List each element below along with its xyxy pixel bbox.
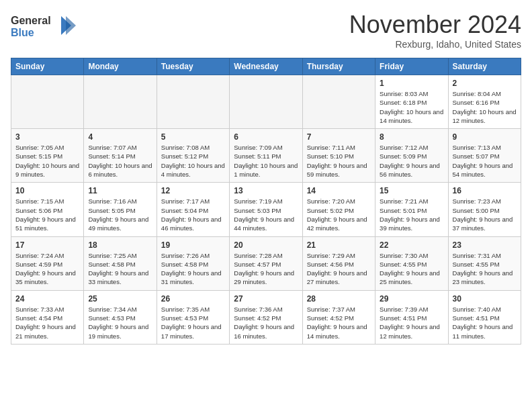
day-info: Sunrise: 7:12 AMSunset: 5:09 PMDaylight:… <box>380 143 443 179</box>
table-row: 20Sunrise: 7:28 AMSunset: 4:57 PMDayligh… <box>230 236 302 290</box>
day-info: Sunrise: 7:15 AMSunset: 5:06 PMDaylight:… <box>15 197 79 232</box>
day-number: 16 <box>453 186 517 195</box>
table-row: 15Sunrise: 7:21 AMSunset: 5:01 PMDayligh… <box>375 183 448 236</box>
calendar-week-row: 3Sunrise: 7:05 AMSunset: 5:15 PMDaylight… <box>11 129 521 183</box>
day-number: 17 <box>15 240 79 250</box>
table-row: 6Sunrise: 7:09 AMSunset: 5:11 PMDaylight… <box>230 129 302 183</box>
table-row: 12Sunrise: 7:17 AMSunset: 5:04 PMDayligh… <box>157 183 229 236</box>
day-number: 29 <box>380 294 443 304</box>
table-row: 23Sunrise: 7:31 AMSunset: 4:55 PMDayligh… <box>448 236 521 290</box>
table-row: 24Sunrise: 7:33 AMSunset: 4:54 PMDayligh… <box>11 290 84 344</box>
calendar-week-row: 1Sunrise: 8:03 AMSunset: 6:18 PMDaylight… <box>11 75 521 129</box>
logo-svg: General Blue <box>11 11 85 41</box>
table-row: 13Sunrise: 7:19 AMSunset: 5:03 PMDayligh… <box>230 183 302 236</box>
day-info: Sunrise: 7:30 AMSunset: 4:55 PMDaylight:… <box>380 251 443 287</box>
day-number: 5 <box>161 132 225 142</box>
day-info: Sunrise: 7:34 AMSunset: 4:53 PMDaylight:… <box>88 305 152 340</box>
day-info: Sunrise: 7:36 AMSunset: 4:52 PMDaylight:… <box>234 305 298 340</box>
day-number: 11 <box>88 186 152 195</box>
day-info: Sunrise: 7:25 AMSunset: 4:58 PMDaylight:… <box>88 251 152 287</box>
day-number: 14 <box>307 186 371 195</box>
day-info: Sunrise: 7:24 AMSunset: 4:59 PMDaylight:… <box>15 251 79 287</box>
calendar-week-row: 10Sunrise: 7:15 AMSunset: 5:06 PMDayligh… <box>11 183 521 236</box>
day-number: 6 <box>234 132 298 142</box>
day-info: Sunrise: 7:05 AMSunset: 5:15 PMDaylight:… <box>15 143 79 179</box>
table-row <box>84 75 157 129</box>
day-info: Sunrise: 7:28 AMSunset: 4:57 PMDaylight:… <box>234 251 298 287</box>
day-number: 26 <box>161 294 225 304</box>
logo: General Blue <box>11 11 85 44</box>
header-thursday: Thursday <box>302 58 375 75</box>
table-row: 25Sunrise: 7:34 AMSunset: 4:53 PMDayligh… <box>84 290 157 344</box>
day-number: 9 <box>453 132 517 142</box>
day-info: Sunrise: 7:31 AMSunset: 4:55 PMDaylight:… <box>453 251 517 287</box>
day-number: 28 <box>307 294 371 304</box>
table-row: 21Sunrise: 7:29 AMSunset: 4:56 PMDayligh… <box>302 236 375 290</box>
table-row: 9Sunrise: 7:13 AMSunset: 5:07 PMDaylight… <box>448 129 521 183</box>
day-info: Sunrise: 7:11 AMSunset: 5:10 PMDaylight:… <box>307 143 371 179</box>
day-info: Sunrise: 7:40 AMSunset: 4:51 PMDaylight:… <box>453 305 517 340</box>
table-row: 19Sunrise: 7:26 AMSunset: 4:58 PMDayligh… <box>157 236 229 290</box>
table-row: 27Sunrise: 7:36 AMSunset: 4:52 PMDayligh… <box>230 290 302 344</box>
day-number: 8 <box>380 132 443 142</box>
day-info: Sunrise: 7:39 AMSunset: 4:51 PMDaylight:… <box>380 305 443 340</box>
table-row <box>11 75 84 129</box>
table-row: 14Sunrise: 7:20 AMSunset: 5:02 PMDayligh… <box>302 183 375 236</box>
day-number: 21 <box>307 240 371 250</box>
day-info: Sunrise: 8:04 AMSunset: 6:16 PMDaylight:… <box>453 89 517 125</box>
location: Rexburg, Idaho, United States <box>349 39 521 50</box>
calendar-table: Sunday Monday Tuesday Wednesday Thursday… <box>11 58 521 345</box>
svg-text:General: General <box>11 15 51 26</box>
page-header: General Blue November 2024 Rexburg, Idah… <box>11 11 521 50</box>
page-container: General Blue November 2024 Rexburg, Idah… <box>0 0 532 351</box>
table-row: 18Sunrise: 7:25 AMSunset: 4:58 PMDayligh… <box>84 236 157 290</box>
table-row: 3Sunrise: 7:05 AMSunset: 5:15 PMDaylight… <box>11 129 84 183</box>
calendar-header-row: Sunday Monday Tuesday Wednesday Thursday… <box>11 58 521 75</box>
day-number: 10 <box>15 186 79 195</box>
day-number: 27 <box>234 294 298 304</box>
month-title: November 2024 <box>349 11 521 39</box>
table-row: 30Sunrise: 7:40 AMSunset: 4:51 PMDayligh… <box>448 290 521 344</box>
table-row <box>230 75 302 129</box>
svg-marker-3 <box>66 16 76 35</box>
table-row: 5Sunrise: 7:08 AMSunset: 5:12 PMDaylight… <box>157 129 229 183</box>
day-info: Sunrise: 7:07 AMSunset: 5:14 PMDaylight:… <box>88 143 152 179</box>
table-row: 11Sunrise: 7:16 AMSunset: 5:05 PMDayligh… <box>84 183 157 236</box>
day-number: 24 <box>15 294 79 304</box>
day-number: 23 <box>453 240 517 250</box>
day-info: Sunrise: 7:35 AMSunset: 4:53 PMDaylight:… <box>161 305 225 340</box>
table-row <box>157 75 229 129</box>
calendar-week-row: 24Sunrise: 7:33 AMSunset: 4:54 PMDayligh… <box>11 290 521 344</box>
day-number: 4 <box>88 132 152 142</box>
day-info: Sunrise: 7:37 AMSunset: 4:52 PMDaylight:… <box>307 305 371 340</box>
day-number: 18 <box>88 240 152 250</box>
table-row: 17Sunrise: 7:24 AMSunset: 4:59 PMDayligh… <box>11 236 84 290</box>
day-info: Sunrise: 7:08 AMSunset: 5:12 PMDaylight:… <box>161 143 225 179</box>
day-number: 3 <box>15 132 79 142</box>
day-info: Sunrise: 7:17 AMSunset: 5:04 PMDaylight:… <box>161 197 225 232</box>
header-saturday: Saturday <box>448 58 521 75</box>
day-info: Sunrise: 7:19 AMSunset: 5:03 PMDaylight:… <box>234 197 298 232</box>
header-tuesday: Tuesday <box>157 58 229 75</box>
table-row: 28Sunrise: 7:37 AMSunset: 4:52 PMDayligh… <box>302 290 375 344</box>
table-row: 7Sunrise: 7:11 AMSunset: 5:10 PMDaylight… <box>302 129 375 183</box>
table-row: 4Sunrise: 7:07 AMSunset: 5:14 PMDaylight… <box>84 129 157 183</box>
day-number: 25 <box>88 294 152 304</box>
calendar-week-row: 17Sunrise: 7:24 AMSunset: 4:59 PMDayligh… <box>11 236 521 290</box>
day-number: 13 <box>234 186 298 195</box>
day-number: 19 <box>161 240 225 250</box>
table-row: 8Sunrise: 7:12 AMSunset: 5:09 PMDaylight… <box>375 129 448 183</box>
table-row: 1Sunrise: 8:03 AMSunset: 6:18 PMDaylight… <box>375 75 448 129</box>
day-info: Sunrise: 7:21 AMSunset: 5:01 PMDaylight:… <box>380 197 443 232</box>
day-info: Sunrise: 7:26 AMSunset: 4:58 PMDaylight:… <box>161 251 225 287</box>
svg-text:Blue: Blue <box>11 27 34 38</box>
header-friday: Friday <box>375 58 448 75</box>
day-number: 1 <box>380 79 443 88</box>
title-area: November 2024 Rexburg, Idaho, United Sta… <box>349 11 521 50</box>
table-row: 29Sunrise: 7:39 AMSunset: 4:51 PMDayligh… <box>375 290 448 344</box>
day-info: Sunrise: 7:16 AMSunset: 5:05 PMDaylight:… <box>88 197 152 232</box>
day-number: 7 <box>307 132 371 142</box>
day-info: Sunrise: 7:20 AMSunset: 5:02 PMDaylight:… <box>307 197 371 232</box>
table-row: 26Sunrise: 7:35 AMSunset: 4:53 PMDayligh… <box>157 290 229 344</box>
day-number: 15 <box>380 186 443 195</box>
